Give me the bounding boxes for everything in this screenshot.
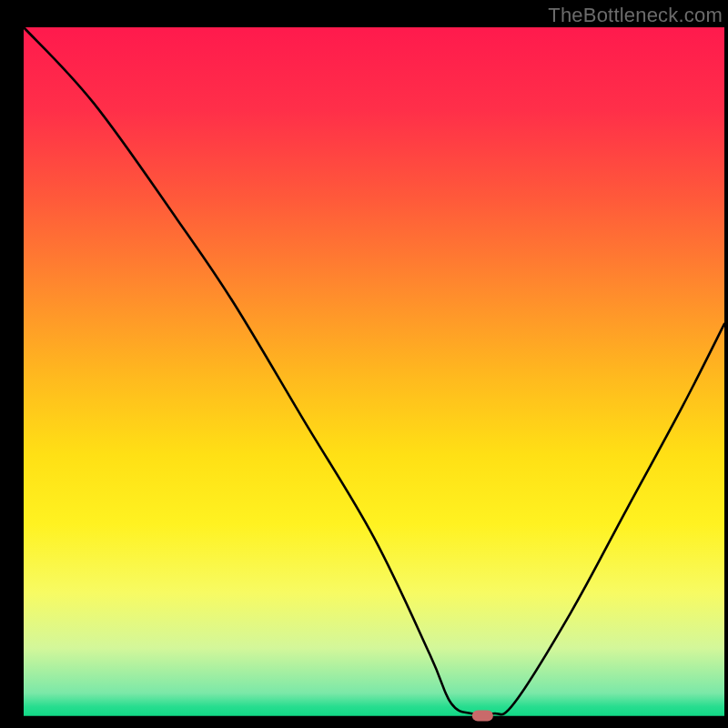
watermark-label: TheBottleneck.com	[548, 4, 723, 27]
bottleneck-chart	[0, 0, 728, 728]
plot-background	[24, 27, 724, 717]
optimal-marker	[472, 710, 493, 721]
chart-frame: TheBottleneck.com	[0, 0, 728, 728]
